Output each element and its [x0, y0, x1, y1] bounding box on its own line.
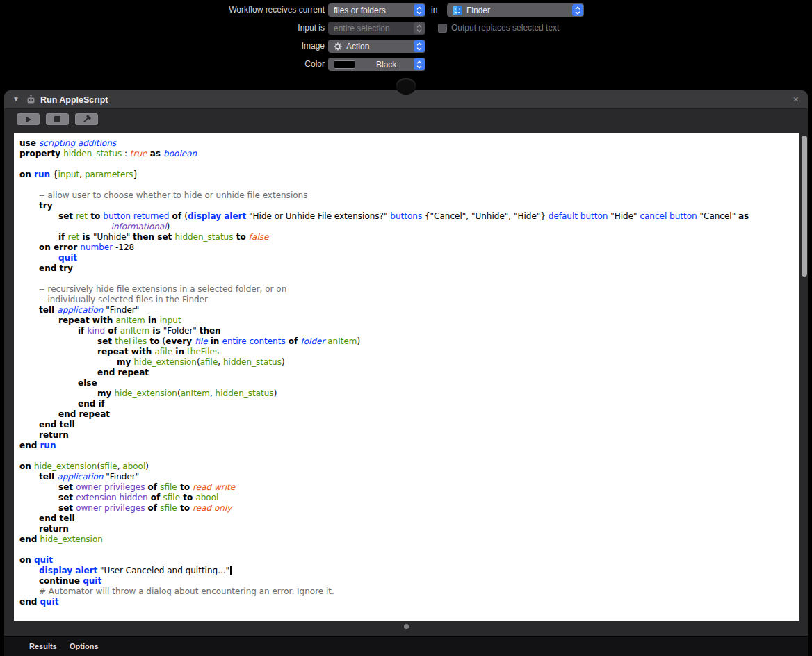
code-line: end run: [19, 441, 799, 451]
code-line: end try: [19, 263, 799, 274]
code-line: end quit: [19, 597, 799, 607]
finder-icon: [453, 6, 462, 15]
code-line: end repeat: [19, 409, 799, 420]
code-line: my hide_extension(afile, hidden_status): [19, 357, 799, 368]
stop-button[interactable]: [46, 113, 69, 125]
code-line: repeat with anItem in input: [19, 315, 799, 326]
config-row-color: Color Black: [0, 58, 812, 72]
run-applescript-action: ▼ Run AppleScript × use scripting additi…: [4, 90, 808, 656]
code-line: set owner privileges of sfile to read on…: [19, 503, 799, 514]
code-line: end tell: [19, 420, 799, 430]
application-popup[interactable]: Finder: [447, 3, 584, 17]
options-toggle[interactable]: Options: [70, 642, 99, 650]
code-line: [19, 274, 799, 284]
code-line: continue quit: [19, 576, 799, 587]
code-line: return: [19, 430, 799, 441]
receives-popup-value: files or folders: [334, 6, 386, 15]
code-line: try: [19, 201, 799, 211]
code-line: repeat with afile in theFiles: [19, 347, 799, 357]
code-line: -- individually selected files in the Fi…: [19, 295, 799, 305]
code-line: if kind of anItem is "Folder" then: [19, 326, 799, 336]
code-line: set theFiles to (every file in entire co…: [19, 336, 799, 347]
code-line: use scripting additions: [19, 138, 799, 149]
code-line: end repeat: [19, 368, 799, 378]
application-popup-value: Finder: [466, 6, 490, 15]
image-label: Image: [0, 40, 325, 53]
workflow-connector-nub: [396, 78, 416, 94]
code-line: on run {input, parameters}: [19, 170, 799, 180]
popup-stepper-icon: [414, 4, 425, 16]
code-line: -- recursively hide file extensions in a…: [19, 284, 799, 295]
code-line: [19, 451, 799, 461]
code-line: informational): [19, 222, 799, 232]
code-line: my hide_extension(anItem, hidden_status): [19, 388, 799, 399]
input-is-popup[interactable]: entire selection: [328, 22, 425, 35]
in-label: in: [431, 3, 437, 17]
color-label: Color: [0, 58, 325, 71]
disclosure-triangle-icon[interactable]: ▼: [13, 95, 19, 103]
play-icon: [25, 116, 32, 123]
config-row-receives: Workflow receives current files or folde…: [0, 3, 812, 17]
code-editor[interactable]: use scripting additionsproperty hidden_s…: [14, 133, 799, 621]
code-line: [19, 159, 799, 170]
input-is-label: Input is: [0, 22, 325, 35]
code-line: if ret is "Unhide" then set hidden_statu…: [19, 232, 799, 243]
code-line: # Automator will throw a dialog about en…: [19, 587, 799, 597]
popup-stepper-icon: [414, 58, 425, 70]
close-action-button[interactable]: ×: [793, 94, 799, 105]
code-line: -- allow user to choose whether to hide …: [19, 190, 799, 201]
results-toggle[interactable]: Results: [29, 642, 57, 650]
color-popup[interactable]: Black: [328, 58, 425, 71]
gear-icon: [334, 42, 342, 51]
popup-stepper-icon: [414, 40, 425, 52]
code-line: on error number -128: [19, 243, 799, 253]
receives-popup[interactable]: files or folders: [328, 3, 425, 17]
code-line: tell application "Finder": [19, 472, 799, 482]
run-button[interactable]: [17, 113, 40, 125]
output-replaces-checkbox[interactable]: [438, 24, 447, 33]
receives-label: Workflow receives current: [0, 3, 325, 17]
code-line: end tell: [19, 514, 799, 524]
color-popup-value: Black: [376, 60, 396, 69]
compile-button[interactable]: [75, 113, 98, 125]
action-bottom-connector: [404, 624, 409, 629]
code-line: display alert "User Canceled and quittin…: [19, 566, 799, 576]
code-line: on quit: [19, 555, 799, 566]
action-bottom-bar: Results Options: [4, 636, 808, 656]
popup-stepper-icon: [414, 22, 425, 34]
action-title: Run AppleScript: [40, 95, 108, 105]
code-line: set owner privileges of sfile to read wr…: [19, 482, 799, 493]
scrollbar-thumb[interactable]: [802, 136, 807, 277]
stop-icon: [54, 116, 60, 122]
code-line: quit: [19, 253, 799, 263]
popup-stepper-icon: [572, 4, 583, 16]
code-line: end hide_extension: [19, 534, 799, 545]
automator-screen: Workflow receives current files or folde…: [0, 0, 812, 656]
code-line: [19, 180, 799, 190]
input-is-popup-value: entire selection: [334, 24, 390, 33]
code-line: [19, 545, 799, 555]
code-line: return: [19, 524, 799, 534]
code-line: end if: [19, 399, 799, 409]
image-popup-value: Action: [346, 42, 369, 51]
image-popup[interactable]: Action: [328, 40, 425, 53]
compile-hammer-icon: [82, 115, 91, 124]
code-line: set ret to button returned of (display a…: [19, 211, 799, 222]
output-replaces-label: Output replaces selected text: [451, 22, 559, 35]
code-line: tell application "Finder": [19, 305, 799, 315]
config-row-image: Image Action: [0, 40, 812, 54]
code-line: else: [19, 378, 799, 388]
code-line: on hide_extension(sfile, abool): [19, 461, 799, 472]
config-row-input-is: Input is entire selection Output replace…: [0, 22, 812, 35]
run-applescript-icon: [26, 95, 36, 108]
code-line: set extension hidden of sfile to abool: [19, 493, 799, 503]
code-line: property hidden_status : true as boolean: [19, 149, 799, 159]
text-caret: [230, 566, 232, 575]
color-swatch: [334, 60, 355, 69]
